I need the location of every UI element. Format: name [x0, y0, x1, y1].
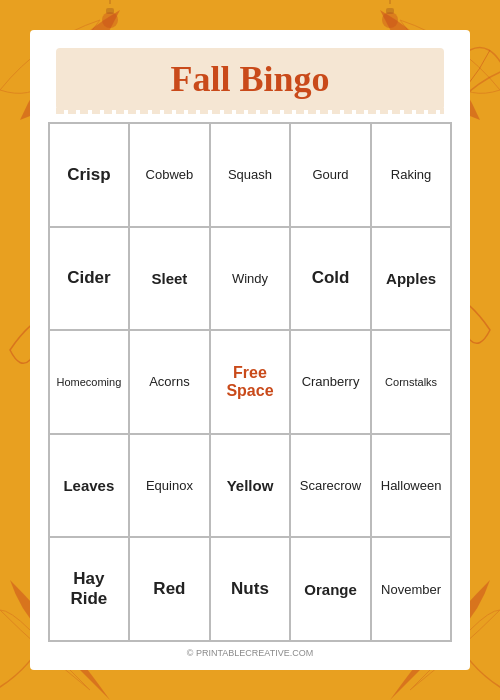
bingo-cell[interactable]: Windy — [210, 227, 291, 331]
bingo-cell[interactable]: Apples — [371, 227, 452, 331]
svg-rect-4 — [386, 8, 394, 14]
bingo-cell[interactable]: Leaves — [49, 434, 130, 538]
bingo-cell[interactable]: Scarecrow — [290, 434, 371, 538]
bingo-cell[interactable]: Red — [129, 537, 210, 641]
bingo-cell[interactable]: Cider — [49, 227, 130, 331]
bingo-cell[interactable]: Acorns — [129, 330, 210, 434]
bingo-cell[interactable]: Gourd — [290, 123, 371, 227]
bingo-cell[interactable]: Homecoming — [49, 330, 130, 434]
bingo-card: Fall Bingo CrispCobwebSquashGourdRakingC… — [30, 30, 470, 670]
bingo-cell[interactable]: Cornstalks — [371, 330, 452, 434]
bingo-cell[interactable]: Orange — [290, 537, 371, 641]
bingo-cell[interactable]: Free Space — [210, 330, 291, 434]
bingo-cell[interactable]: Squash — [210, 123, 291, 227]
bingo-cell[interactable]: Cold — [290, 227, 371, 331]
page-title: Fall Bingo — [170, 59, 329, 99]
bingo-cell[interactable]: Raking — [371, 123, 452, 227]
svg-rect-1 — [106, 8, 114, 14]
svg-point-0 — [102, 12, 118, 28]
bingo-cell[interactable]: November — [371, 537, 452, 641]
svg-point-3 — [382, 12, 398, 28]
bingo-cell[interactable]: Yellow — [210, 434, 291, 538]
bingo-cell[interactable]: Equinox — [129, 434, 210, 538]
bingo-cell[interactable]: Halloween — [371, 434, 452, 538]
title-banner: Fall Bingo — [56, 48, 443, 110]
bingo-cell[interactable]: Cranberry — [290, 330, 371, 434]
bingo-cell[interactable]: Crisp — [49, 123, 130, 227]
bingo-cell[interactable]: Hay Ride — [49, 537, 130, 641]
bingo-grid: CrispCobwebSquashGourdRakingCiderSleetWi… — [48, 122, 453, 642]
bingo-cell[interactable]: Cobweb — [129, 123, 210, 227]
footer-text: © PRINTABLECREATIVE.COM — [187, 648, 313, 658]
bingo-cell[interactable]: Sleet — [129, 227, 210, 331]
bingo-cell[interactable]: Nuts — [210, 537, 291, 641]
